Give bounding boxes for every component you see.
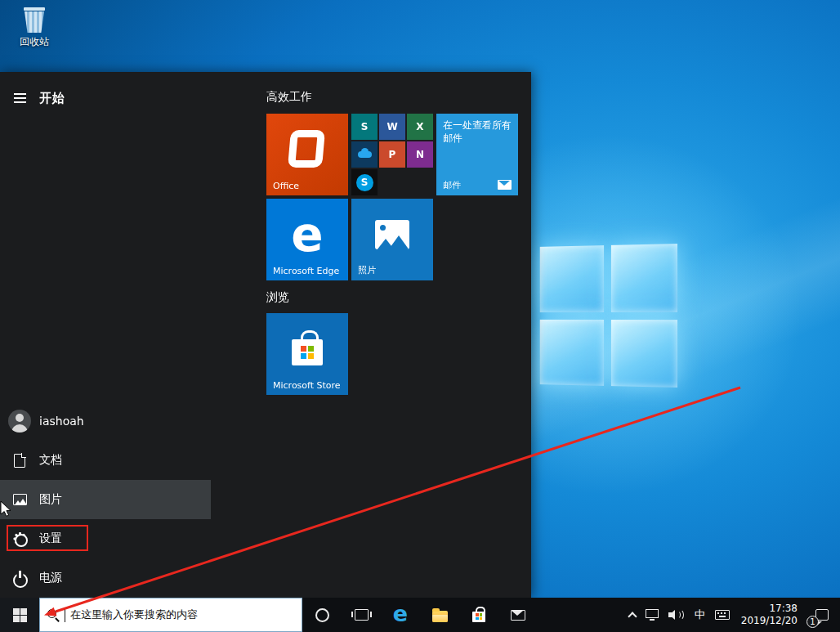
store-icon xyxy=(292,339,323,365)
edge-taskbar-button[interactable]: e xyxy=(381,598,420,632)
tray-network[interactable] xyxy=(641,598,664,632)
tile-mail[interactable]: 在一处查看所有邮件 邮件 xyxy=(436,114,518,195)
start-menu: 开始 iashoah 文档 图片 设置 xyxy=(0,72,531,598)
file-explorer-button[interactable] xyxy=(420,598,459,632)
tray-ime-mode[interactable]: 中 xyxy=(690,598,710,632)
cortana-button[interactable] xyxy=(302,598,342,632)
onedrive-cloud-icon xyxy=(358,151,372,158)
user-account-button[interactable]: iashoah xyxy=(0,401,211,441)
onenote-icon[interactable]: N xyxy=(407,141,433,168)
rail-item-pictures-label: 图片 xyxy=(39,492,62,507)
mail-icon xyxy=(511,610,525,621)
mail-taskbar-button[interactable] xyxy=(498,598,538,632)
clock-date: 2019/12/20 xyxy=(741,615,798,627)
store-icon xyxy=(472,612,485,622)
microsoft-flag-icon xyxy=(301,346,314,359)
tile-photos[interactable]: 照片 xyxy=(351,199,433,280)
mail-envelope-icon xyxy=(498,180,512,190)
system-tray: 中 17:38 2019/12/20 1 xyxy=(624,598,840,632)
user-name: iashoah xyxy=(39,415,84,428)
notification-badge: 1 xyxy=(806,616,819,628)
search-placeholder: 在这里输入你要搜索的内容 xyxy=(70,607,198,622)
hamburger-icon xyxy=(14,93,26,103)
start-menu-rail: 开始 iashoah 文档 图片 设置 xyxy=(0,72,211,598)
pictures-icon xyxy=(13,494,27,505)
rail-item-documents-label: 文档 xyxy=(39,453,62,468)
tile-store[interactable]: Microsoft Store xyxy=(266,313,348,395)
gear-icon xyxy=(12,531,27,546)
tile-photos-label: 照片 xyxy=(358,264,376,276)
ime-label: 中 xyxy=(695,607,705,622)
clock-time: 17:38 xyxy=(769,603,798,615)
microsoft-flag-icon xyxy=(476,613,482,620)
windows-logo-pane xyxy=(610,320,677,388)
word-icon[interactable]: W xyxy=(379,114,405,140)
edge-icon: e xyxy=(291,211,323,258)
chevron-up-icon xyxy=(628,612,637,621)
start-menu-rail-bottom: iashoah 文档 图片 设置 电源 xyxy=(0,401,211,598)
windows-logo-pane xyxy=(610,244,677,312)
skype-icon[interactable]: S xyxy=(351,169,378,195)
rail-item-documents[interactable]: 文档 xyxy=(0,441,211,480)
rail-item-settings[interactable]: 设置 xyxy=(0,519,211,558)
keyboard-icon xyxy=(715,610,730,620)
windows-start-icon xyxy=(13,608,27,622)
sway-icon[interactable]: S xyxy=(351,114,378,140)
edge-icon: e xyxy=(393,603,408,625)
windows-logo-pane xyxy=(540,319,604,385)
document-icon xyxy=(14,454,25,468)
tray-show-hidden-icons[interactable] xyxy=(624,598,641,632)
tray-touch-keyboard[interactable] xyxy=(710,598,735,632)
network-icon xyxy=(646,609,659,618)
empty-tile-slot xyxy=(379,169,405,195)
power-icon xyxy=(12,571,27,585)
start-button[interactable] xyxy=(0,598,39,632)
tile-edge[interactable]: e Microsoft Edge xyxy=(266,199,348,280)
rail-item-power[interactable]: 电源 xyxy=(0,558,211,598)
user-avatar-icon xyxy=(8,410,31,433)
onedrive-icon[interactable] xyxy=(351,141,378,168)
windows-logo xyxy=(540,244,677,388)
tile-edge-label: Microsoft Edge xyxy=(273,266,339,276)
text-caret xyxy=(65,608,65,622)
recycle-bin-label: 回收站 xyxy=(20,35,49,49)
recycle-bin-glyph xyxy=(22,6,47,34)
excel-icon[interactable]: X xyxy=(407,114,433,140)
tray-clock[interactable]: 17:38 2019/12/20 xyxy=(735,603,804,627)
cortana-icon xyxy=(315,608,329,622)
volume-icon xyxy=(668,608,685,621)
tile-office-app-group: S W X P N S xyxy=(351,114,433,195)
tile-mail-label: 邮件 xyxy=(443,179,461,191)
rail-item-settings-label: 设置 xyxy=(39,531,62,546)
mail-tile-promo: 在一处查看所有邮件 xyxy=(443,119,513,145)
task-view-icon xyxy=(355,609,369,621)
taskbar-search-box[interactable]: 在这里输入你要搜索的内容 xyxy=(39,598,302,632)
office-icon xyxy=(288,130,325,168)
empty-tile-slot xyxy=(407,169,433,195)
file-explorer-icon xyxy=(432,611,448,622)
action-center-button[interactable]: 1 xyxy=(804,598,840,632)
tile-store-label: Microsoft Store xyxy=(273,380,341,391)
tile-group-title-productivity: 高效工作 xyxy=(266,90,312,105)
start-menu-tiles: 高效工作 Office S W X P N S 在一处查看所有邮件 邮件 xyxy=(266,72,531,598)
start-menu-expand-button[interactable]: 开始 xyxy=(0,80,211,116)
task-view-button[interactable] xyxy=(342,598,381,632)
tray-volume[interactable] xyxy=(664,598,690,632)
photos-icon xyxy=(375,220,409,249)
tile-office-label: Office xyxy=(273,181,299,191)
search-icon xyxy=(47,609,60,621)
tile-office[interactable]: Office xyxy=(266,114,348,195)
taskbar: 在这里输入你要搜索的内容 e 中 17:38 2019/12/20 1 xyxy=(0,598,840,632)
store-taskbar-button[interactable] xyxy=(459,598,498,632)
start-header-label: 开始 xyxy=(39,91,65,106)
windows-logo-pane xyxy=(540,245,604,312)
office-app-mini-grid: S W X P N S xyxy=(351,114,433,195)
tile-group-title-explore: 浏览 xyxy=(266,290,289,305)
recycle-bin-icon[interactable]: 回收站 xyxy=(11,6,58,49)
skype-ball-icon: S xyxy=(356,174,373,191)
rail-item-pictures[interactable]: 图片 xyxy=(0,480,211,519)
powerpoint-icon[interactable]: P xyxy=(379,141,405,168)
rail-item-power-label: 电源 xyxy=(39,571,62,585)
